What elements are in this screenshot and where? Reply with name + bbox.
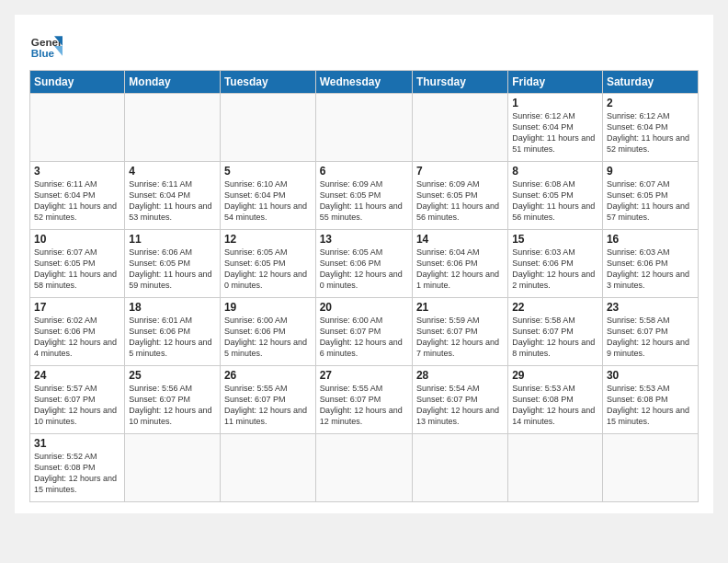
day-number: 16 bbox=[607, 233, 694, 246]
day-number: 20 bbox=[320, 301, 408, 314]
day-cell: 7Sunrise: 6:09 AM Sunset: 6:05 PM Daylig… bbox=[412, 162, 507, 230]
calendar-page: General Blue SundayMondayTuesdayWednesda… bbox=[15, 15, 713, 513]
day-cell bbox=[220, 434, 315, 502]
day-info: Sunrise: 5:57 AM Sunset: 6:07 PM Dayligh… bbox=[34, 383, 120, 428]
day-number: 8 bbox=[512, 165, 598, 178]
day-header-thursday: Thursday bbox=[412, 71, 507, 94]
day-info: Sunrise: 6:10 AM Sunset: 6:04 PM Dayligh… bbox=[224, 178, 312, 224]
day-cell: 4Sunrise: 6:11 AM Sunset: 6:04 PM Daylig… bbox=[125, 162, 221, 230]
day-info: Sunrise: 6:04 AM Sunset: 6:06 PM Dayligh… bbox=[416, 247, 504, 292]
day-info: Sunrise: 6:03 AM Sunset: 6:06 PM Dayligh… bbox=[607, 247, 694, 292]
day-cell: 1Sunrise: 6:12 AM Sunset: 6:04 PM Daylig… bbox=[508, 94, 603, 162]
day-info: Sunrise: 5:54 AM Sunset: 6:07 PM Dayligh… bbox=[416, 383, 504, 428]
day-info: Sunrise: 5:55 AM Sunset: 6:07 PM Dayligh… bbox=[320, 383, 408, 428]
day-cell: 30Sunrise: 5:53 AM Sunset: 6:08 PM Dayli… bbox=[602, 366, 698, 434]
day-number: 9 bbox=[607, 165, 694, 178]
day-header-monday: Monday bbox=[125, 71, 221, 94]
day-cell: 22Sunrise: 5:58 AM Sunset: 6:07 PM Dayli… bbox=[508, 298, 603, 366]
day-info: Sunrise: 6:05 AM Sunset: 6:06 PM Dayligh… bbox=[320, 247, 408, 292]
day-number: 4 bbox=[129, 165, 216, 178]
day-cell bbox=[125, 94, 221, 162]
day-number: 30 bbox=[607, 369, 694, 382]
day-info: Sunrise: 5:53 AM Sunset: 6:08 PM Dayligh… bbox=[512, 383, 598, 428]
day-cell: 6Sunrise: 6:09 AM Sunset: 6:05 PM Daylig… bbox=[315, 162, 412, 230]
day-cell: 25Sunrise: 5:56 AM Sunset: 6:07 PM Dayli… bbox=[125, 366, 221, 434]
day-number: 25 bbox=[129, 369, 216, 382]
day-info: Sunrise: 5:58 AM Sunset: 6:07 PM Dayligh… bbox=[607, 315, 694, 360]
header: General Blue bbox=[29, 29, 699, 63]
day-number: 11 bbox=[129, 233, 216, 246]
day-cell bbox=[315, 434, 412, 502]
day-info: Sunrise: 5:58 AM Sunset: 6:07 PM Dayligh… bbox=[512, 315, 598, 360]
day-cell bbox=[315, 94, 412, 162]
day-cell: 20Sunrise: 6:00 AM Sunset: 6:07 PM Dayli… bbox=[315, 298, 412, 366]
week-row-2: 3Sunrise: 6:11 AM Sunset: 6:04 PM Daylig… bbox=[30, 162, 699, 230]
day-info: Sunrise: 6:09 AM Sunset: 6:05 PM Dayligh… bbox=[320, 178, 408, 224]
day-cell: 8Sunrise: 6:08 AM Sunset: 6:05 PM Daylig… bbox=[508, 162, 603, 230]
week-row-1: 1Sunrise: 6:12 AM Sunset: 6:04 PM Daylig… bbox=[30, 94, 699, 162]
day-number: 22 bbox=[512, 301, 598, 314]
day-cell: 5Sunrise: 6:10 AM Sunset: 6:04 PM Daylig… bbox=[220, 162, 315, 230]
day-number: 14 bbox=[416, 233, 504, 246]
day-number: 19 bbox=[224, 301, 312, 314]
day-cell bbox=[220, 94, 315, 162]
day-info: Sunrise: 6:08 AM Sunset: 6:05 PM Dayligh… bbox=[512, 178, 598, 224]
day-cell: 31Sunrise: 5:52 AM Sunset: 6:08 PM Dayli… bbox=[30, 434, 125, 502]
day-info: Sunrise: 6:07 AM Sunset: 6:05 PM Dayligh… bbox=[607, 178, 694, 224]
week-row-6: 31Sunrise: 5:52 AM Sunset: 6:08 PM Dayli… bbox=[30, 434, 699, 502]
day-info: Sunrise: 6:12 AM Sunset: 6:04 PM Dayligh… bbox=[512, 110, 598, 155]
day-info: Sunrise: 6:00 AM Sunset: 6:07 PM Dayligh… bbox=[320, 315, 408, 360]
day-cell: 21Sunrise: 5:59 AM Sunset: 6:07 PM Dayli… bbox=[412, 298, 507, 366]
day-info: Sunrise: 5:55 AM Sunset: 6:07 PM Dayligh… bbox=[224, 383, 312, 428]
week-row-4: 17Sunrise: 6:02 AM Sunset: 6:06 PM Dayli… bbox=[30, 298, 699, 366]
day-number: 18 bbox=[129, 301, 216, 314]
day-cell bbox=[125, 434, 221, 502]
day-cell: 10Sunrise: 6:07 AM Sunset: 6:05 PM Dayli… bbox=[30, 230, 125, 298]
day-cell: 18Sunrise: 6:01 AM Sunset: 6:06 PM Dayli… bbox=[125, 298, 221, 366]
day-number: 24 bbox=[34, 369, 120, 382]
day-cell: 9Sunrise: 6:07 AM Sunset: 6:05 PM Daylig… bbox=[602, 162, 698, 230]
day-header-sunday: Sunday bbox=[30, 71, 125, 94]
day-info: Sunrise: 6:07 AM Sunset: 6:05 PM Dayligh… bbox=[34, 247, 120, 292]
day-header-wednesday: Wednesday bbox=[315, 71, 412, 94]
day-info: Sunrise: 6:09 AM Sunset: 6:05 PM Dayligh… bbox=[416, 178, 504, 224]
day-cell: 29Sunrise: 5:53 AM Sunset: 6:08 PM Dayli… bbox=[508, 366, 603, 434]
day-cell bbox=[30, 94, 125, 162]
day-header-saturday: Saturday bbox=[602, 71, 698, 94]
days-header-row: SundayMondayTuesdayWednesdayThursdayFrid… bbox=[30, 71, 699, 94]
day-number: 3 bbox=[34, 165, 120, 178]
day-number: 5 bbox=[224, 165, 312, 178]
day-cell: 16Sunrise: 6:03 AM Sunset: 6:06 PM Dayli… bbox=[602, 230, 698, 298]
day-info: Sunrise: 6:11 AM Sunset: 6:04 PM Dayligh… bbox=[34, 178, 120, 224]
day-cell: 13Sunrise: 6:05 AM Sunset: 6:06 PM Dayli… bbox=[315, 230, 412, 298]
day-info: Sunrise: 6:05 AM Sunset: 6:05 PM Dayligh… bbox=[224, 247, 312, 292]
week-row-3: 10Sunrise: 6:07 AM Sunset: 6:05 PM Dayli… bbox=[30, 230, 699, 298]
day-info: Sunrise: 6:03 AM Sunset: 6:06 PM Dayligh… bbox=[512, 247, 598, 292]
day-info: Sunrise: 5:52 AM Sunset: 6:08 PM Dayligh… bbox=[34, 451, 120, 496]
day-cell bbox=[602, 434, 698, 502]
day-number: 28 bbox=[416, 369, 504, 382]
day-cell: 11Sunrise: 6:06 AM Sunset: 6:05 PM Dayli… bbox=[125, 230, 221, 298]
day-number: 23 bbox=[607, 301, 694, 314]
day-header-friday: Friday bbox=[508, 71, 603, 94]
calendar-table: SundayMondayTuesdayWednesdayThursdayFrid… bbox=[29, 70, 699, 502]
day-info: Sunrise: 6:00 AM Sunset: 6:06 PM Dayligh… bbox=[224, 315, 312, 360]
svg-text:Blue: Blue bbox=[31, 47, 55, 59]
day-cell bbox=[412, 434, 507, 502]
day-cell: 2Sunrise: 6:12 AM Sunset: 6:04 PM Daylig… bbox=[602, 94, 698, 162]
logo: General Blue bbox=[29, 29, 63, 63]
day-cell: 14Sunrise: 6:04 AM Sunset: 6:06 PM Dayli… bbox=[412, 230, 507, 298]
day-number: 2 bbox=[607, 97, 694, 109]
day-cell bbox=[508, 434, 603, 502]
day-info: Sunrise: 6:01 AM Sunset: 6:06 PM Dayligh… bbox=[129, 315, 216, 360]
logo-icon: General Blue bbox=[29, 29, 63, 63]
day-cell: 15Sunrise: 6:03 AM Sunset: 6:06 PM Dayli… bbox=[508, 230, 603, 298]
day-info: Sunrise: 5:53 AM Sunset: 6:08 PM Dayligh… bbox=[607, 383, 694, 428]
day-number: 7 bbox=[416, 165, 504, 178]
day-number: 13 bbox=[320, 233, 408, 246]
day-cell: 28Sunrise: 5:54 AM Sunset: 6:07 PM Dayli… bbox=[412, 366, 507, 434]
day-number: 15 bbox=[512, 233, 598, 246]
day-cell: 17Sunrise: 6:02 AM Sunset: 6:06 PM Dayli… bbox=[30, 298, 125, 366]
day-cell: 26Sunrise: 5:55 AM Sunset: 6:07 PM Dayli… bbox=[220, 366, 315, 434]
day-number: 10 bbox=[34, 233, 120, 246]
